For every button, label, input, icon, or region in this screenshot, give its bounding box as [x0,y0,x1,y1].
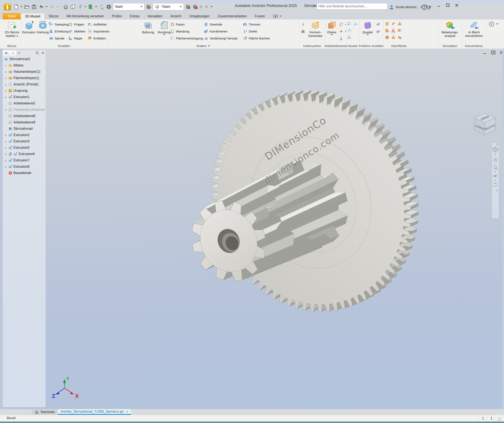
ableiten-button[interactable]: Ableiten [67,28,87,35]
tree-item-stirnzahnrad[interactable]: Stirnzahnrad [3,126,46,132]
start-2d-sketch-button[interactable]: 2D-Skizze starten [4,20,20,37]
aufkleber-button[interactable]: Aufkleber [87,21,110,28]
os-2-button[interactable] [391,22,397,28]
save-button[interactable] [31,3,37,11]
undo-button[interactable] [38,3,44,11]
ribbon-tab-datei[interactable]: Datei [3,13,21,19]
tree-item-extrusion6[interactable]: +Extrusion6 [3,151,46,157]
belastungsanalyse-button[interactable]: Belastungs- analyse [440,20,460,37]
direkt-button[interactable]: Direkt [242,28,275,35]
undo-dropdown-caret[interactable] [46,6,48,7]
navbar-close-icon[interactable]: ⊗ [496,143,498,146]
clear-appearance-icon[interactable] [192,3,198,11]
parameters-fx-button[interactable]: fx [200,3,203,11]
bks-button[interactable] [338,35,347,42]
os-6-button[interactable] [397,28,403,35]
navbar-minimize-icon[interactable]: ⊖ [496,189,498,192]
ribbon-tab-zusammenarbeiten[interactable]: Zusammenarbeiten [214,13,251,19]
fl-chenverj-ngung-button[interactable]: Flächenverjüngung [169,35,203,42]
browser-menu-icon[interactable]: ≡ [40,50,46,55]
gewinde-button[interactable]: Gewinde [203,21,242,28]
iproperties-button[interactable] [77,3,83,11]
freiform-konvertieren-button[interactable] [375,28,381,35]
help-icon[interactable] [421,3,427,11]
os-5-button[interactable] [391,28,397,35]
os-4-button[interactable] [385,28,391,35]
tree-expander[interactable]: + [4,159,7,162]
iproperties-caret[interactable] [84,6,86,7]
tree-item-ursprung[interactable]: +Ursprung [3,88,46,94]
tree-item-extrusion7[interactable]: +Extrusion7 [3,157,46,163]
ribbon-tab-3d-modell[interactable]: 3D-Modell [21,13,44,19]
verdickung-versatz-button[interactable]: Verdickung/ Versatz [203,35,242,42]
extrusion-button[interactable]: Extrusion [22,20,36,34]
help-menu-caret[interactable] [429,6,431,8]
trennen-button[interactable]: Trennen [242,21,275,28]
sweeping-button[interactable]: Sweeping [48,21,67,28]
ebene-button[interactable]: Ebene [326,20,338,36]
quader-button[interactable]: Quader [361,20,374,36]
tree-item-extrusion5[interactable]: +Extrusion5 [3,145,46,151]
tree-item-extrusion2[interactable]: +Extrusion2 [3,132,46,138]
spirale-button[interactable]: Spirale [48,35,67,42]
help-search-input[interactable] [317,3,387,10]
appearance-wheel-icon[interactable] [106,3,112,11]
material-caret[interactable] [95,6,97,7]
redo-dropdown-caret[interactable] [56,6,58,7]
ribbon-tab-pr-fen[interactable]: Prüfen [108,13,126,19]
ribbon-tab-verwalten[interactable]: Verwalten [144,13,166,19]
tree-expander[interactable]: + [4,95,7,99]
maximize-button[interactable] [445,3,451,8]
browser-tab-close-icon[interactable]: × [12,51,14,55]
new-document-button[interactable] [13,3,19,11]
inventor-logo-icon[interactable] [3,3,12,11]
ic-patcirc-button[interactable] [347,28,353,35]
doc-minimize-icon[interactable] [482,50,487,55]
tree-expander[interactable]: + [4,76,7,80]
messsonde-button[interactable] [300,21,306,28]
material-select[interactable]: Stahl [113,3,144,10]
ribbon-collapse-button[interactable] [489,21,494,27]
user-avatar-icon[interactable] [389,3,395,11]
ribbon-tab-ansicht[interactable]: Ansicht [166,13,185,19]
tree-item-flankendurchmesser[interactable]: +Flankendurchmesser [3,107,46,113]
tree-item-arbeitsebene8[interactable]: Arbeitsebene8 [3,113,46,119]
os-3-button[interactable] [397,22,403,28]
tree-item-extrusion1[interactable]: +Extrusion1 [3,94,46,100]
bohrung-button[interactable]: Bohrung [141,20,156,34]
ic-mirror-button[interactable] [354,22,360,28]
model-viewport[interactable]: DIMensionCo dimensionco.com M... × + ≡ S… [3,48,502,409]
os-7-button[interactable] [385,35,391,41]
resize-grip[interactable] [498,417,502,421]
pr-gen-button[interactable]: Prägen [67,21,87,28]
tree-expander[interactable]: + [4,108,7,112]
customize-qat-plus-icon[interactable] [204,3,209,11]
appearance-select[interactable]: *Stahl [153,3,184,10]
fl-che-l-schen-button[interactable]: Fläche löschen [242,35,275,42]
ribbon-tab-fusion[interactable]: Fusion [251,13,269,19]
orbit-caret[interactable] [494,180,496,181]
in-blech-konvertieren-button[interactable]: In Blech konvertieren [464,20,484,37]
close-button[interactable] [454,3,460,8]
ribbon-tab-umgebungen[interactable]: Umgebungen [186,13,214,19]
tree-item-extrusion8[interactable]: +Extrusion8 [3,163,46,170]
navwheel-caret[interactable] [494,154,496,155]
tree-expander[interactable]: + [4,64,7,67]
search-expand-arrow[interactable] [314,5,315,7]
switch-windows-button[interactable] [70,3,76,11]
browser-add-icon[interactable]: + [16,50,22,55]
tree-expander[interactable]: + [4,140,7,143]
querschnittsanalyse-button[interactable] [300,28,306,35]
tab-active-document[interactable]: Antrieb_Stirnzahnrad_T1000_Siemens.ipt × [58,409,131,415]
tree-expander[interactable]: + [4,83,7,86]
ui-presentation-icon[interactable] [273,12,278,20]
zoom-caret[interactable] [494,171,496,172]
user-name[interactable]: nicole.dimmer... [396,5,419,9]
redo-button[interactable] [49,3,55,11]
home-button[interactable] [63,3,69,11]
material-browser-button[interactable] [88,3,94,11]
ui-presentation-caret[interactable] [280,16,282,17]
ribbon-tab-extras[interactable]: Extras [126,13,144,19]
open-button[interactable] [24,3,30,11]
doc-tab-close-icon[interactable]: × [126,410,128,413]
